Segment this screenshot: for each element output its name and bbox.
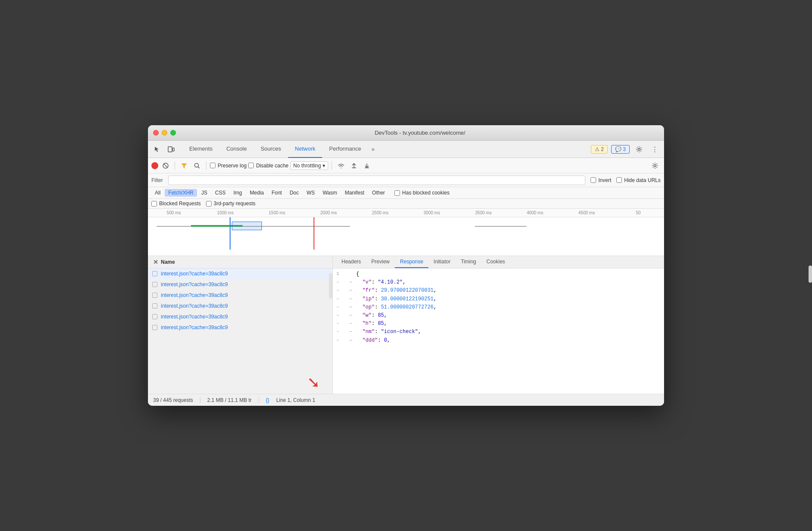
type-font[interactable]: Font bbox=[268, 189, 285, 197]
blocked-requests-label[interactable]: Blocked Requests bbox=[151, 201, 201, 207]
close-button[interactable] bbox=[153, 130, 159, 136]
scrollbar[interactable] bbox=[329, 273, 332, 299]
type-wasm[interactable]: Wasm bbox=[319, 189, 341, 197]
tab-network[interactable]: Network bbox=[288, 141, 323, 158]
request-checkbox[interactable] bbox=[152, 314, 157, 319]
request-item[interactable]: interest.json?cache=39ac8c9 bbox=[148, 312, 332, 322]
timeline-area[interactable]: 500 ms 1000 ms 1500 ms 2000 ms 2500 ms 3… bbox=[148, 209, 664, 256]
wifi-icon[interactable] bbox=[335, 160, 347, 171]
throttle-select[interactable]: No throttling ▾ bbox=[290, 161, 329, 170]
type-manifest[interactable]: Manifest bbox=[341, 189, 368, 197]
tab-timing[interactable]: Timing bbox=[455, 256, 481, 268]
close-panel-button[interactable]: ✕ bbox=[152, 259, 159, 266]
pretty-print-button[interactable]: {} bbox=[266, 397, 269, 403]
tab-headers[interactable]: Headers bbox=[336, 256, 366, 268]
invert-label[interactable]: Invert bbox=[591, 177, 611, 183]
tab-more[interactable]: » bbox=[368, 146, 378, 152]
tick-4000ms: 4000 ms bbox=[509, 210, 561, 215]
download-icon[interactable] bbox=[361, 160, 372, 171]
request-name: interest.json?cache=39ac8c9 bbox=[161, 324, 328, 330]
preserve-log-checkbox[interactable] bbox=[210, 163, 215, 168]
request-checkbox[interactable] bbox=[152, 271, 157, 276]
message-badge[interactable]: 💬 3 bbox=[611, 145, 630, 154]
settings-icon-2[interactable] bbox=[649, 160, 661, 171]
tab-preview[interactable]: Preview bbox=[366, 256, 395, 268]
svg-point-2 bbox=[638, 148, 640, 150]
settings-icon[interactable] bbox=[633, 143, 645, 155]
detail-tabs: Headers Preview Response Initiator Timin… bbox=[333, 256, 664, 269]
has-blocked-cookies-label[interactable]: Has blocked cookies bbox=[394, 190, 449, 196]
type-css[interactable]: CSS bbox=[212, 189, 229, 197]
cursor-icon[interactable] bbox=[151, 143, 163, 155]
request-item[interactable]: interest.json?cache=39ac8c9 bbox=[148, 301, 332, 312]
hide-data-urls-checkbox[interactable] bbox=[616, 177, 622, 183]
tick-2500ms: 2500 ms bbox=[354, 210, 406, 215]
disable-cache-checkbox[interactable] bbox=[248, 163, 254, 168]
request-checkbox[interactable] bbox=[152, 282, 157, 287]
request-item[interactable]: interest.json?cache=39ac8c9 bbox=[148, 269, 332, 279]
tab-sources[interactable]: Sources bbox=[254, 141, 288, 158]
request-item[interactable]: interest.json?cache=39ac8c9 bbox=[148, 290, 332, 301]
disable-cache-label[interactable]: Disable cache bbox=[248, 163, 288, 169]
tab-performance[interactable]: Performance bbox=[322, 141, 368, 158]
clear-button[interactable] bbox=[160, 160, 171, 171]
search-icon[interactable] bbox=[191, 160, 203, 171]
tick-1500ms: 1500 ms bbox=[251, 210, 303, 215]
extra-filters: Blocked Requests 3rd-party requests bbox=[148, 199, 664, 209]
toolbar-sep-3 bbox=[332, 161, 332, 170]
json-line: – – "nm": "icon-check", bbox=[333, 328, 664, 336]
request-checkbox[interactable] bbox=[152, 325, 157, 330]
minimize-button[interactable] bbox=[162, 130, 167, 136]
type-doc[interactable]: Doc bbox=[286, 189, 302, 197]
response-content: 1 { – – "v": "4.10.2", – – "fr": 29.9700… bbox=[333, 269, 664, 394]
maximize-button[interactable] bbox=[170, 130, 176, 136]
timeline-selection bbox=[232, 222, 262, 230]
tick-3000ms: 3000 ms bbox=[406, 210, 458, 215]
record-button[interactable] bbox=[151, 162, 158, 169]
has-blocked-cookies-checkbox[interactable] bbox=[394, 190, 400, 196]
hide-data-urls-label[interactable]: Hide data URLs bbox=[616, 177, 661, 183]
warning-badge[interactable]: ⚠ 2 bbox=[591, 145, 608, 154]
third-party-checkbox[interactable] bbox=[206, 201, 212, 207]
timeline-content bbox=[148, 217, 664, 250]
json-line: – – "fr": 29.97000122070031, bbox=[333, 287, 664, 295]
request-item[interactable]: interest.json?cache=39ac8c9 bbox=[148, 322, 332, 333]
request-name: interest.json?cache=39ac8c9 bbox=[161, 281, 328, 287]
tick-2000ms: 2000 ms bbox=[303, 210, 354, 215]
tab-initiator[interactable]: Initiator bbox=[428, 256, 455, 268]
network-toolbar: Preserve log Disable cache No throttling… bbox=[148, 158, 664, 173]
svg-line-4 bbox=[164, 164, 167, 167]
type-all[interactable]: All bbox=[151, 189, 164, 197]
device-icon[interactable] bbox=[165, 143, 177, 155]
type-ws[interactable]: WS bbox=[303, 189, 318, 197]
preserve-log-label[interactable]: Preserve log bbox=[210, 163, 246, 169]
tab-cookies[interactable]: Cookies bbox=[481, 256, 510, 268]
tab-response[interactable]: Response bbox=[395, 256, 428, 268]
type-img[interactable]: Img bbox=[230, 189, 246, 197]
name-panel: ✕ Name interest.json?cache=39ac8c9 inter… bbox=[148, 256, 333, 394]
more-options-icon[interactable]: ⋮ bbox=[649, 143, 661, 155]
tab-elements[interactable]: Elements bbox=[182, 141, 219, 158]
type-js[interactable]: JS bbox=[198, 189, 211, 197]
svg-point-5 bbox=[195, 163, 199, 167]
request-checkbox[interactable] bbox=[152, 293, 157, 298]
type-fetch-xhr[interactable]: Fetch/XHR bbox=[165, 189, 197, 197]
request-name: interest.json?cache=39ac8c9 bbox=[161, 292, 328, 298]
tick-1000ms: 1000 ms bbox=[200, 210, 251, 215]
invert-checkbox[interactable] bbox=[591, 177, 596, 183]
request-checkbox[interactable] bbox=[152, 303, 157, 309]
upload-icon[interactable] bbox=[348, 160, 360, 171]
tab-console[interactable]: Console bbox=[219, 141, 254, 158]
request-item[interactable]: interest.json?cache=39ac8c9 bbox=[148, 279, 332, 290]
type-media[interactable]: Media bbox=[246, 189, 268, 197]
blocked-requests-checkbox[interactable] bbox=[151, 201, 157, 207]
json-line: – – "op": 51.00000020772726, bbox=[333, 303, 664, 312]
third-party-label[interactable]: 3rd-party requests bbox=[206, 201, 255, 207]
svg-point-11 bbox=[654, 164, 656, 167]
toolbar-sep-1 bbox=[175, 161, 175, 170]
type-other[interactable]: Other bbox=[369, 189, 388, 197]
status-bar: 39 / 445 requests 2.1 MB / 11.1 MB tr {}… bbox=[148, 394, 664, 406]
tick-4500ms: 4500 ms bbox=[561, 210, 612, 215]
filter-icon[interactable] bbox=[178, 160, 190, 171]
request-name: interest.json?cache=39ac8c9 bbox=[161, 303, 328, 309]
